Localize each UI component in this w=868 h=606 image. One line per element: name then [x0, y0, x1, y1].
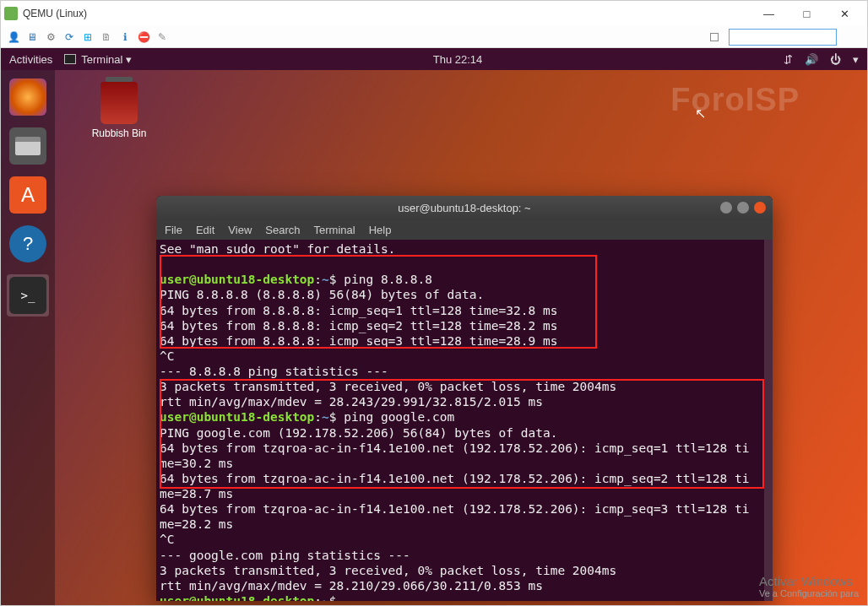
prompt-user: user@ubuntu18-desktop — [160, 594, 314, 601]
monitor-icon[interactable]: 🖥 — [24, 30, 40, 45]
term-line: 64 bytes from 8.8.8.8: icmp_seq=3 ttl=12… — [160, 334, 557, 348]
network-icon[interactable]: ⇵ — [784, 53, 793, 66]
app-indicator[interactable]: Terminal ▾ — [64, 53, 132, 66]
prompt-colon: : — [314, 594, 322, 601]
windows-icon[interactable]: ⊞ — [80, 30, 95, 45]
activate-line1: Activar Windows — [759, 574, 859, 588]
term-line: me=28.7 ms — [160, 487, 233, 500]
prompt-user: user@ubuntu18-desktop — [160, 410, 314, 424]
toolbar-checkbox[interactable] — [710, 33, 719, 41]
terminal-minimize-button[interactable] — [720, 202, 732, 214]
terminal-menubar: File Edit View Search Terminal Help — [156, 219, 773, 240]
dock-terminal-active[interactable] — [7, 274, 49, 317]
terminal-titlebar[interactable]: user@ubuntu18-desktop: ~ — [156, 196, 773, 219]
stop-icon[interactable]: ⛔ — [136, 30, 151, 45]
terminal-title: user@ubuntu18-desktop: ~ — [398, 202, 530, 214]
minimize-button[interactable]: — — [750, 2, 788, 25]
activities-button[interactable]: Activities — [9, 53, 52, 66]
dock-files[interactable] — [9, 127, 46, 165]
term-line: ^C — [160, 349, 174, 363]
app-indicator-label: Terminal ▾ — [81, 53, 132, 66]
qemu-window: QEMU (Linux) — □ ✕ 👤 🖥 ⚙ ⟳ ⊞ 🗎 ℹ ⛔ ✎ Act… — [0, 0, 868, 606]
prompt-path: ~ — [322, 273, 329, 286]
dock-help[interactable]: ? — [9, 225, 46, 262]
prompt-dollar: $ — [329, 273, 337, 286]
dropdown-icon[interactable]: ▾ — [853, 53, 859, 66]
prompt-user: user@ubuntu18-desktop — [160, 273, 314, 286]
qemu-app-icon — [4, 7, 18, 20]
menu-search[interactable]: Search — [265, 224, 300, 236]
activate-line2: Ve a Configuración para — [759, 588, 859, 598]
term-line: 64 bytes from tzqroa-ac-in-f14.1e100.net… — [160, 472, 749, 485]
menu-file[interactable]: File — [165, 224, 182, 236]
qemu-toolbar: 👤 🖥 ⚙ ⟳ ⊞ 🗎 ℹ ⛔ ✎ — [1, 26, 867, 48]
dock-terminal[interactable] — [9, 277, 46, 314]
qemu-titlebar[interactable]: QEMU (Linux) — □ ✕ — [1, 1, 867, 26]
refresh-icon[interactable]: ⟳ — [62, 30, 77, 45]
dock-software[interactable]: A — [9, 176, 46, 214]
term-line: 3 packets transmitted, 3 received, 0% pa… — [160, 564, 616, 577]
maximize-button[interactable]: □ — [788, 2, 826, 25]
menu-help[interactable]: Help — [369, 224, 392, 236]
term-line: me=28.2 ms — [160, 517, 233, 531]
prompt-dollar: $ — [329, 410, 337, 424]
dock-firefox[interactable] — [9, 78, 46, 116]
edit-icon[interactable]: ✎ — [155, 30, 170, 45]
term-line: me=30.2 ms — [160, 457, 233, 470]
info-icon[interactable]: ℹ — [117, 30, 133, 45]
power-icon[interactable]: ⏻ — [830, 53, 841, 66]
terminal-scrollbar[interactable] — [764, 240, 773, 601]
clock[interactable]: Thu 22:14 — [144, 53, 772, 66]
trash-icon — [100, 82, 138, 124]
term-line: PING 8.8.8.8 (8.8.8.8) 56(84) bytes of d… — [160, 288, 484, 301]
terminal-close-button[interactable] — [754, 202, 766, 214]
volume-icon[interactable]: 🔊 — [805, 53, 818, 66]
term-line: 3 packets transmitted, 3 received, 0% pa… — [160, 380, 616, 393]
menu-edit[interactable]: Edit — [196, 224, 214, 236]
prompt-path: ~ — [322, 410, 329, 424]
terminal-maximize-button[interactable] — [737, 202, 749, 214]
term-cmd: ping 8.8.8.8 — [344, 273, 432, 286]
terminal-window: user@ubuntu18-desktop: ~ File Edit View … — [156, 196, 773, 601]
term-cmd: ping google.com — [344, 410, 454, 424]
dock: A ? — [1, 70, 55, 605]
term-line: See "man sudo_root" for details. — [160, 242, 395, 256]
qemu-title: QEMU (Linux) — [23, 8, 87, 19]
term-line: --- google.com ping statistics --- — [160, 549, 410, 562]
activate-windows-watermark: Activar Windows Ve a Configuración para — [759, 574, 859, 598]
term-line: rtt min/avg/max/mdev = 28.243/29.991/32.… — [160, 395, 543, 409]
terminal-icon — [64, 54, 76, 64]
prompt-colon: : — [314, 410, 322, 424]
system-tray: ⇵ 🔊 ⏻ ▾ — [784, 53, 859, 66]
gear-icon[interactable]: ⚙ — [43, 30, 58, 45]
ubuntu-desktop: Activities Terminal ▾ Thu 22:14 ⇵ 🔊 ⏻ ▾ … — [1, 48, 867, 605]
prompt-path: ~ — [322, 594, 329, 601]
term-line: 64 bytes from tzqroa-ac-in-f14.1e100.net… — [160, 502, 749, 516]
term-line: rtt min/avg/max/mdev = 28.210/29.066/30.… — [160, 579, 543, 592]
gnome-topbar: Activities Terminal ▾ Thu 22:14 ⇵ 🔊 ⏻ ▾ — [1, 48, 867, 70]
menu-terminal[interactable]: Terminal — [314, 224, 355, 236]
prompt-colon: : — [314, 273, 322, 286]
close-button[interactable]: ✕ — [826, 2, 864, 25]
prompt-dollar: $ — [329, 594, 337, 601]
menu-view[interactable]: View — [228, 224, 252, 236]
user-icon[interactable]: 👤 — [6, 30, 21, 45]
term-line: PING google.com (192.178.52.206) 56(84) … — [160, 426, 557, 440]
term-line: --- 8.8.8.8 ping statistics --- — [160, 365, 388, 378]
terminal-body[interactable]: See "man sudo_root" for details. user@ub… — [156, 240, 773, 601]
term-line: ^C — [160, 533, 174, 546]
term-line: 64 bytes from 8.8.8.8: icmp_seq=1 ttl=12… — [160, 304, 557, 317]
trash-desktop-icon[interactable]: Rubbish Bin — [85, 82, 153, 139]
document-icon[interactable]: 🗎 — [99, 30, 114, 45]
term-line: 64 bytes from tzqroa-ac-in-f14.1e100.net… — [160, 441, 749, 455]
term-line: 64 bytes from 8.8.8.8: icmp_seq=2 ttl=12… — [160, 319, 557, 333]
toolbar-search-input[interactable] — [729, 29, 837, 46]
watermark: ForoISP — [670, 82, 800, 118]
trash-label: Rubbish Bin — [85, 127, 153, 139]
